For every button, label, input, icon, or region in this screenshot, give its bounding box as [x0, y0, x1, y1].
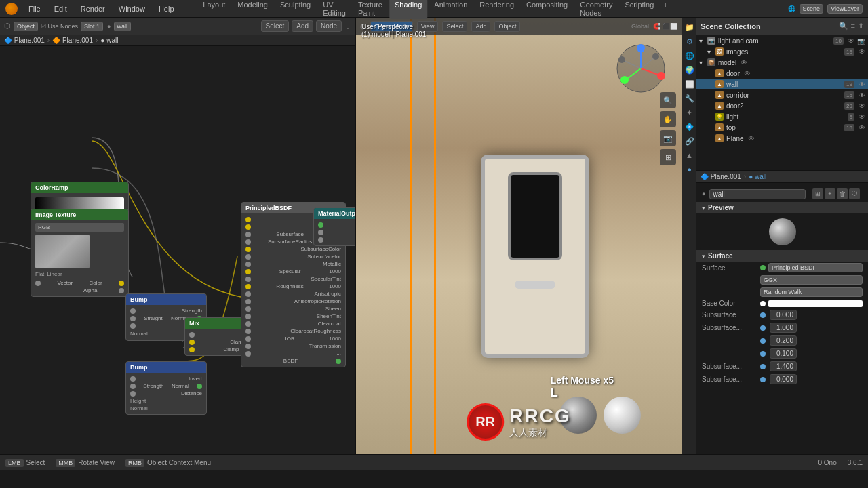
material-name-row: ● ⊞ + 🗑 🛡 — [696, 186, 868, 202]
options-btn[interactable]: ⋮ — [344, 22, 351, 30]
mat-fake-user-btn[interactable]: 🛡 — [849, 188, 860, 199]
object-icon-btn[interactable]: ⬜ — [683, 77, 696, 91]
lightcam-cam[interactable]: 📷 — [857, 37, 865, 45]
zoom-btn[interactable]: 🔍 — [660, 92, 676, 108]
images-badge: 15 — [844, 48, 854, 56]
menu-file[interactable]: File — [26, 3, 43, 14]
mat-new-btn[interactable]: + — [825, 188, 835, 199]
viewport[interactable]: ⬡ Object Mode View Select Add Object Glo… — [356, 18, 682, 454]
world-icon-btn[interactable]: 🌍 — [683, 63, 696, 77]
tree-item-images[interactable]: ▾ 🖼 images 15 👁 — [696, 46, 868, 57]
slot-dropdown[interactable]: Slot 1 — [81, 22, 103, 31]
base-color-bar[interactable] — [768, 300, 863, 307]
constraints-icon-btn[interactable]: 🔗 — [683, 134, 696, 148]
tab-modeling[interactable]: Modeling — [232, 0, 273, 19]
tab-animation[interactable]: Animation — [429, 0, 473, 19]
viewport-global-label[interactable]: Global — [631, 23, 649, 30]
tab-sculpting[interactable]: Sculpting — [275, 0, 316, 19]
tab-geometry-nodes[interactable]: Geometry Nodes — [574, 0, 618, 19]
mat-del-btn[interactable]: 🗑 — [837, 188, 848, 199]
tab-shading[interactable]: Shading — [389, 0, 427, 19]
top-label: top — [726, 124, 736, 131]
preview-section-header[interactable]: ▾ Preview — [696, 202, 868, 214]
data-icon-btn[interactable]: ▲ — [683, 148, 696, 162]
lightcam-eye[interactable]: 👁 — [848, 37, 854, 45]
menu-render[interactable]: Render — [78, 3, 108, 14]
node-editor-icon: ⬡ — [4, 22, 11, 30]
viewport-select-btn[interactable]: Select — [442, 21, 467, 32]
viewport-shade-btns[interactable]: ⬛⬜ — [663, 23, 677, 30]
outliner-collapse-btn[interactable]: ⬆ — [858, 22, 864, 30]
node-add-btn[interactable]: Add — [292, 20, 313, 32]
mat-browse-btn[interactable]: ⊞ — [812, 188, 823, 199]
node-material-output[interactable]: MaterialOutput Surface Volume Displaceme… — [313, 207, 355, 246]
add-workspace-btn[interactable]: + — [660, 0, 670, 19]
material-dropdown[interactable]: wall — [114, 22, 132, 31]
tree-item-light[interactable]: 💡 light 5 👁 — [696, 111, 868, 122]
surface-section-header[interactable]: ▾ Surface — [696, 250, 868, 262]
node-node-btn[interactable]: Node — [316, 20, 342, 32]
distribution-dropdown[interactable]: GGX — [760, 275, 863, 285]
tab-uv-editing[interactable]: UV Editing — [317, 0, 351, 19]
viewport-add-btn[interactable]: Add — [471, 21, 490, 32]
subsurf-val-0[interactable]: 0.000 — [770, 310, 797, 320]
use-nodes-checkbox[interactable]: ☑ Use Nodes — [41, 23, 78, 30]
tab-compositing[interactable]: Compositing — [521, 0, 573, 19]
scene-icon-btn[interactable]: 🌐 — [683, 49, 696, 62]
subsurface-row-0: Subsurface 0.000 — [696, 308, 868, 321]
subsurf-val-2[interactable]: 0.200 — [770, 336, 797, 346]
subsurf-val-3[interactable]: 0.100 — [770, 348, 797, 359]
scene-icons: 🌐 — [788, 5, 795, 12]
workspace-tabs: Layout Modeling Sculpting UV Editing Tex… — [197, 0, 670, 19]
tab-scripting[interactable]: Scripting — [619, 0, 659, 19]
door-window — [508, 172, 562, 260]
outliner-filter-btn[interactable]: 🔍 — [839, 22, 848, 30]
model-icon: 📦 — [707, 58, 715, 66]
menu-window[interactable]: Window — [116, 3, 148, 14]
grab-btn[interactable]: ✋ — [660, 111, 676, 127]
viewport-object-btn[interactable]: Object — [494, 21, 520, 32]
outliner-options-btn[interactable]: ≡ — [851, 22, 855, 30]
tree-item-plane[interactable]: ▲ Plane 👁 — [696, 133, 868, 144]
tree-item-wall[interactable]: ▲ wall 19 👁 — [696, 79, 868, 89]
camera-btn[interactable]: 📷 — [660, 130, 676, 146]
node-image-texture[interactable]: Image Texture RGB Flat Linear Vector Col… — [31, 209, 129, 297]
node-mode-dropdown[interactable]: Object — [14, 22, 38, 31]
tree-item-door2[interactable]: ▲ door2 29 👁 — [696, 100, 868, 111]
menu-help[interactable]: Help — [156, 3, 177, 14]
physics-icon-btn[interactable]: 💠 — [683, 120, 696, 134]
modifier-icon-btn[interactable]: 🔧 — [683, 92, 696, 105]
preview-sphere — [769, 218, 796, 245]
navigation-gizmo[interactable]: X Y Z — [614, 41, 668, 96]
outliner-icon-btn[interactable]: 📁 — [683, 20, 696, 34]
material-name-input[interactable] — [709, 189, 806, 199]
tab-layout[interactable]: Layout — [197, 0, 231, 19]
tree-item-door[interactable]: ▲ door 👁 — [696, 68, 868, 79]
tab-texture-paint[interactable]: Texture Paint — [353, 0, 388, 19]
tab-rendering[interactable]: Rendering — [474, 0, 519, 19]
particles-icon-btn[interactable]: ✦ — [683, 106, 696, 119]
node-select-btn[interactable]: Select — [261, 20, 290, 32]
grid-btn[interactable]: ⊞ — [660, 149, 676, 165]
scene-dropdown[interactable]: Scene — [800, 4, 824, 14]
tree-item-top[interactable]: ▲ top 16 👁 — [696, 122, 868, 133]
snap-icon[interactable]: 🧲 — [653, 23, 660, 30]
viewlayer-dropdown[interactable]: ViewLayer — [827, 4, 863, 14]
tree-item-corridor[interactable]: ▲ corridor 15 👁 — [696, 89, 868, 100]
subsurf-val-5[interactable]: 0.000 — [770, 374, 797, 384]
surface-type-dropdown[interactable]: Principled BSDF — [768, 263, 863, 272]
node-bump-2[interactable]: Bump Invert Strength Normal Distance — [125, 361, 207, 415]
preview-label: Preview — [708, 204, 734, 211]
subsurface-method-dropdown[interactable]: Random Walk — [760, 287, 863, 297]
mat-sphere-icon: ● — [702, 190, 705, 197]
properties-icon-btn[interactable]: ⚙ — [683, 35, 696, 48]
node-canvas[interactable]: ColorRamp Fac Color Alpha — [0, 46, 355, 454]
subsurf-val-4[interactable]: 1.400 — [770, 361, 797, 371]
material-icon-btn[interactable]: ● — [683, 163, 696, 176]
subsurf-val-1[interactable]: 1.000 — [770, 323, 797, 333]
tree-item-model[interactable]: ▾ 📦 model 👁 — [696, 57, 868, 68]
scene-selector: 🌐 Scene ViewLayer — [788, 4, 863, 14]
tree-item-collection-lightcam[interactable]: ▾ 📷 light and cam 10 👁 📷 — [696, 35, 868, 46]
menu-edit[interactable]: Edit — [52, 3, 70, 14]
material-icon: ● — [107, 23, 111, 30]
